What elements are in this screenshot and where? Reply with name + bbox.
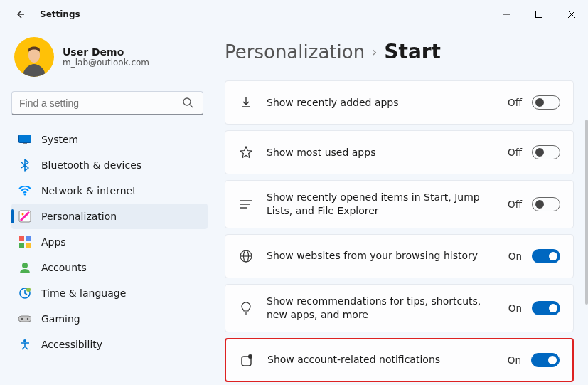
svg-point-4: [183, 98, 191, 105]
sidebar: User Demo m_lab@outlook.com SystemBlueto…: [0, 28, 213, 385]
setting-label: Show account-related notifications: [255, 353, 508, 366]
setting-row[interactable]: Show recommendations for tips, shortcuts…: [225, 284, 574, 332]
setting-row[interactable]: Show websites from your browsing history…: [225, 234, 574, 278]
accessibility-icon: [18, 338, 31, 351]
svg-point-17: [26, 288, 31, 292]
sidebar-item-label: Accessibility: [41, 339, 102, 350]
toggle-knob: [535, 98, 544, 107]
toggle-knob: [535, 200, 544, 209]
search-icon: [182, 97, 193, 111]
sidebar-item-network-internet[interactable]: Network & internet: [11, 178, 208, 204]
toggle-switch[interactable]: [531, 353, 560, 367]
chevron-right-icon: ›: [372, 44, 377, 59]
setting-state-text: On: [508, 302, 522, 314]
svg-line-5: [190, 105, 193, 107]
sidebar-item-gaming[interactable]: Gaming: [11, 306, 208, 332]
titlebar: Settings: [0, 0, 588, 28]
toggle-knob: [535, 148, 544, 157]
svg-point-21: [23, 339, 26, 342]
breadcrumb: Personalization › Start: [225, 40, 574, 63]
setting-row[interactable]: Show recently added appsOff: [225, 80, 574, 125]
svg-point-31: [248, 354, 252, 359]
sidebar-item-system[interactable]: System: [11, 127, 208, 152]
svg-rect-12: [26, 236, 31, 241]
search-wrap: [11, 91, 208, 115]
toggle-switch[interactable]: [532, 197, 560, 211]
svg-rect-1: [536, 11, 542, 18]
sidebar-item-accounts[interactable]: Accounts: [11, 255, 208, 280]
sidebar-item-label: Accounts: [41, 262, 87, 273]
bulb-icon: [238, 302, 254, 315]
user-email: m_lab@outlook.com: [63, 58, 149, 68]
setting-label: Show most used apps: [254, 146, 508, 159]
minimize-button[interactable]: [490, 3, 523, 26]
toggle-switch[interactable]: [532, 95, 560, 110]
list-icon: [238, 199, 254, 209]
main-panel: Personalization › Start Show recently ad…: [213, 28, 588, 385]
system-icon: [18, 133, 31, 146]
bluetooth-icon: [18, 159, 31, 172]
arrow-left-icon: [14, 9, 26, 20]
toggle-knob: [548, 356, 557, 364]
star-icon: [238, 146, 254, 159]
user-block[interactable]: User Demo m_lab@outlook.com: [11, 37, 208, 77]
setting-state-text: On: [508, 354, 521, 366]
sidebar-item-label: Gaming: [41, 313, 80, 325]
nav-list: SystemBluetooth & devicesNetwork & inter…: [11, 127, 208, 357]
svg-rect-13: [19, 243, 24, 248]
sidebar-item-apps[interactable]: Apps: [11, 229, 208, 255]
setting-row[interactable]: Show recently opened items in Start, Jum…: [225, 180, 574, 228]
download-icon: [238, 96, 254, 109]
setting-state-text: Off: [508, 97, 522, 108]
sidebar-item-accessibility[interactable]: Accessibility: [11, 332, 208, 357]
setting-state-text: Off: [508, 199, 522, 210]
personalization-icon: [18, 210, 31, 223]
svg-rect-6: [19, 135, 31, 143]
notification-icon: [239, 354, 255, 366]
svg-point-19: [21, 318, 23, 320]
setting-row[interactable]: Show account-related notificationsOn: [225, 338, 574, 382]
wifi-icon: [18, 184, 31, 197]
sidebar-item-personalization[interactable]: Personalization: [11, 204, 208, 229]
svg-rect-7: [23, 143, 27, 144]
toggle-knob: [549, 252, 557, 260]
user-name: User Demo: [63, 46, 149, 58]
svg-point-20: [27, 318, 28, 320]
sidebar-item-time-language[interactable]: Time & language: [11, 280, 208, 306]
maximize-button[interactable]: [523, 3, 555, 26]
svg-point-10: [22, 213, 24, 216]
search-input[interactable]: [11, 91, 203, 115]
settings-list: Show recently added appsOffShow most use…: [225, 80, 574, 382]
breadcrumb-parent[interactable]: Personalization: [225, 41, 365, 63]
toggle-knob: [549, 304, 557, 312]
toggle-switch[interactable]: [532, 145, 560, 159]
svg-point-15: [22, 263, 28, 268]
time-icon: [18, 287, 31, 300]
setting-label: Show recommendations for tips, shortcuts…: [254, 295, 508, 322]
sidebar-item-label: Personalization: [41, 211, 117, 222]
svg-rect-11: [19, 236, 24, 241]
svg-point-8: [24, 194, 26, 196]
toggle-switch[interactable]: [532, 249, 560, 263]
window-controls: [490, 3, 588, 26]
sidebar-item-label: System: [41, 134, 78, 145]
accounts-icon: [18, 261, 31, 274]
setting-label: Show recently opened items in Start, Jum…: [254, 191, 508, 218]
sidebar-item-label: Network & internet: [41, 185, 137, 196]
svg-rect-18: [18, 316, 31, 322]
setting-state-text: Off: [508, 147, 522, 158]
setting-row[interactable]: Show most used appsOff: [225, 130, 574, 174]
setting-label: Show recently added apps: [254, 96, 508, 110]
back-button[interactable]: [11, 6, 28, 23]
gaming-icon: [18, 312, 31, 325]
setting-state-text: On: [508, 250, 522, 262]
apps-icon: [18, 236, 31, 248]
sidebar-item-bluetooth-devices[interactable]: Bluetooth & devices: [11, 152, 208, 178]
close-button[interactable]: [555, 3, 588, 26]
toggle-switch[interactable]: [532, 301, 560, 315]
globe-icon: [238, 250, 254, 263]
setting-label: Show websites from your browsing history: [254, 249, 508, 263]
scrollbar[interactable]: [585, 120, 588, 305]
avatar: [14, 37, 54, 77]
sidebar-item-label: Bluetooth & devices: [41, 159, 141, 171]
